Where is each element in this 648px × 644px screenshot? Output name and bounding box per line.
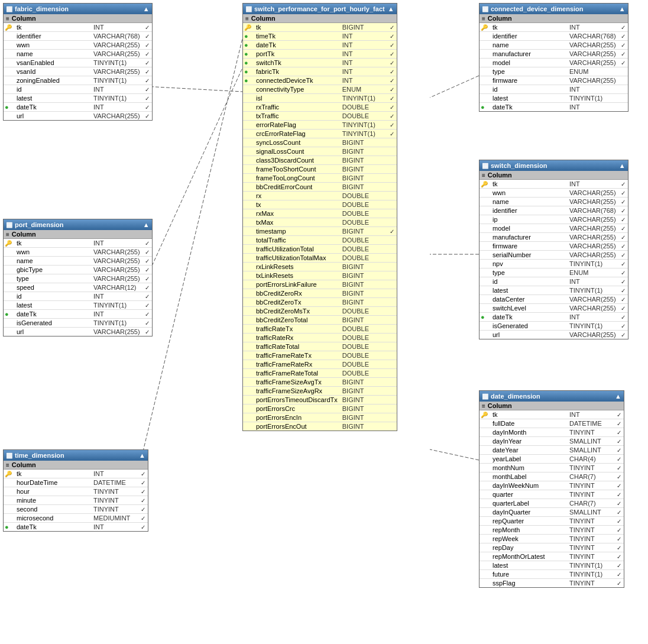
col-checkbox[interactable] <box>387 334 397 342</box>
col-checkbox[interactable] <box>387 404 397 413</box>
col-checkbox[interactable]: ✓ <box>614 499 624 508</box>
col-checkbox[interactable]: ✓ <box>142 85 152 94</box>
col-checkbox[interactable]: ✓ <box>142 103 152 112</box>
col-checkbox[interactable]: ✓ <box>142 266 152 274</box>
col-checkbox[interactable]: ✓ <box>614 508 624 517</box>
col-checkbox[interactable]: ✓ <box>614 552 624 561</box>
col-checkbox[interactable]: ✓ <box>387 103 397 112</box>
col-checkbox[interactable]: ✓ <box>618 304 628 313</box>
col-checkbox[interactable] <box>387 245 397 254</box>
col-checkbox[interactable]: ✓ <box>618 41 628 50</box>
col-checkbox[interactable]: ✓ <box>142 94 152 103</box>
col-checkbox[interactable]: ✓ <box>142 283 152 292</box>
col-checkbox[interactable]: ✓ <box>142 67 152 76</box>
col-checkbox[interactable]: ✓ <box>138 505 148 514</box>
col-checkbox[interactable] <box>387 138 397 147</box>
col-checkbox[interactable]: ✓ <box>142 76 152 85</box>
col-checkbox[interactable]: ✓ <box>618 277 628 286</box>
table-header-connected_device_dimension[interactable]: ▦connected_device_dimension▲ <box>479 4 628 14</box>
col-checkbox[interactable] <box>387 422 397 431</box>
col-checkbox[interactable]: ✓ <box>614 473 624 481</box>
col-checkbox[interactable]: ✓ <box>614 526 624 535</box>
table-header-time_dimension[interactable]: ▦time_dimension▲ <box>4 450 148 461</box>
col-checkbox[interactable]: ✓ <box>618 198 628 206</box>
col-checkbox[interactable] <box>618 67 628 76</box>
col-checkbox[interactable]: ✓ <box>387 23 397 32</box>
col-checkbox[interactable]: ✓ <box>614 570 624 579</box>
col-checkbox[interactable] <box>387 387 397 396</box>
col-checkbox[interactable]: ✓ <box>387 85 397 94</box>
col-checkbox[interactable] <box>387 378 397 387</box>
col-checkbox[interactable]: ✓ <box>614 410 624 419</box>
col-checkbox[interactable] <box>387 413 397 422</box>
col-checkbox[interactable]: ✓ <box>614 535 624 543</box>
col-checkbox[interactable]: ✓ <box>618 242 628 251</box>
col-checkbox[interactable]: ✓ <box>614 455 624 464</box>
col-checkbox[interactable]: ✓ <box>618 50 628 59</box>
col-checkbox[interactable] <box>387 183 397 192</box>
col-checkbox[interactable]: ✓ <box>387 76 397 85</box>
col-checkbox[interactable] <box>387 369 397 378</box>
col-checkbox[interactable]: ✓ <box>387 130 397 138</box>
col-checkbox[interactable]: ✓ <box>142 112 152 121</box>
col-checkbox[interactable]: ✓ <box>614 437 624 446</box>
col-checkbox[interactable] <box>387 218 397 227</box>
col-checkbox[interactable] <box>387 342 397 351</box>
col-checkbox[interactable] <box>387 192 397 200</box>
col-checkbox[interactable]: ✓ <box>614 481 624 490</box>
col-checkbox[interactable]: ✓ <box>614 464 624 473</box>
col-checkbox[interactable]: ✓ <box>138 487 148 496</box>
col-checkbox[interactable]: ✓ <box>618 206 628 215</box>
col-checkbox[interactable]: ✓ <box>138 514 148 523</box>
col-checkbox[interactable]: ✓ <box>142 301 152 310</box>
col-checkbox[interactable]: ✓ <box>618 23 628 32</box>
col-checkbox[interactable]: ✓ <box>618 32 628 41</box>
col-checkbox[interactable]: ✓ <box>618 295 628 304</box>
col-checkbox[interactable]: ✓ <box>618 233 628 242</box>
col-checkbox[interactable] <box>387 325 397 334</box>
col-checkbox[interactable]: ✓ <box>387 67 397 76</box>
col-checkbox[interactable]: ✓ <box>618 59 628 67</box>
collapse-icon[interactable]: ▲ <box>619 5 626 12</box>
col-checkbox[interactable] <box>618 103 628 112</box>
col-checkbox[interactable]: ✓ <box>138 496 148 505</box>
col-checkbox[interactable] <box>387 236 397 245</box>
col-checkbox[interactable]: ✓ <box>142 328 152 336</box>
col-checkbox[interactable]: ✓ <box>614 446 624 455</box>
col-checkbox[interactable]: ✓ <box>142 248 152 257</box>
col-checkbox[interactable]: ✓ <box>387 94 397 103</box>
col-checkbox[interactable]: ✓ <box>614 419 624 428</box>
col-checkbox[interactable] <box>387 200 397 209</box>
col-checkbox[interactable] <box>387 298 397 307</box>
col-checkbox[interactable]: ✓ <box>142 239 152 248</box>
collapse-icon[interactable]: ▲ <box>143 5 150 12</box>
col-checkbox[interactable]: ✓ <box>142 274 152 283</box>
col-checkbox[interactable] <box>387 360 397 369</box>
col-checkbox[interactable] <box>387 396 397 404</box>
col-checkbox[interactable]: ✓ <box>618 215 628 224</box>
col-checkbox[interactable]: ✓ <box>142 23 152 32</box>
table-header-fabric_dimension[interactable]: ▦fabric_dimension▲ <box>4 4 152 14</box>
col-checkbox[interactable]: ✓ <box>618 286 628 295</box>
col-checkbox[interactable]: ✓ <box>614 517 624 526</box>
col-checkbox[interactable]: ✓ <box>618 268 628 277</box>
table-header-switch_dimension[interactable]: ▦switch_dimension▲ <box>479 160 628 171</box>
col-checkbox[interactable]: ✓ <box>142 292 152 301</box>
col-checkbox[interactable]: ✓ <box>618 260 628 268</box>
col-checkbox[interactable] <box>618 85 628 94</box>
collapse-icon[interactable]: ▲ <box>139 452 145 459</box>
col-checkbox[interactable] <box>387 254 397 263</box>
table-header-date_dimension[interactable]: ▦date_dimension▲ <box>479 391 624 402</box>
col-checkbox[interactable]: ✓ <box>614 428 624 437</box>
col-checkbox[interactable] <box>387 156 397 165</box>
col-checkbox[interactable]: ✓ <box>387 32 397 41</box>
col-checkbox[interactable]: ✓ <box>618 224 628 233</box>
col-checkbox[interactable]: ✓ <box>614 579 624 588</box>
col-checkbox[interactable]: ✓ <box>142 310 152 319</box>
col-checkbox[interactable]: ✓ <box>614 561 624 570</box>
collapse-icon[interactable]: ▲ <box>143 221 150 228</box>
col-checkbox[interactable]: ✓ <box>387 121 397 130</box>
collapse-icon[interactable]: ▲ <box>388 5 394 12</box>
col-checkbox[interactable]: ✓ <box>614 490 624 499</box>
col-checkbox[interactable]: ✓ <box>618 189 628 198</box>
